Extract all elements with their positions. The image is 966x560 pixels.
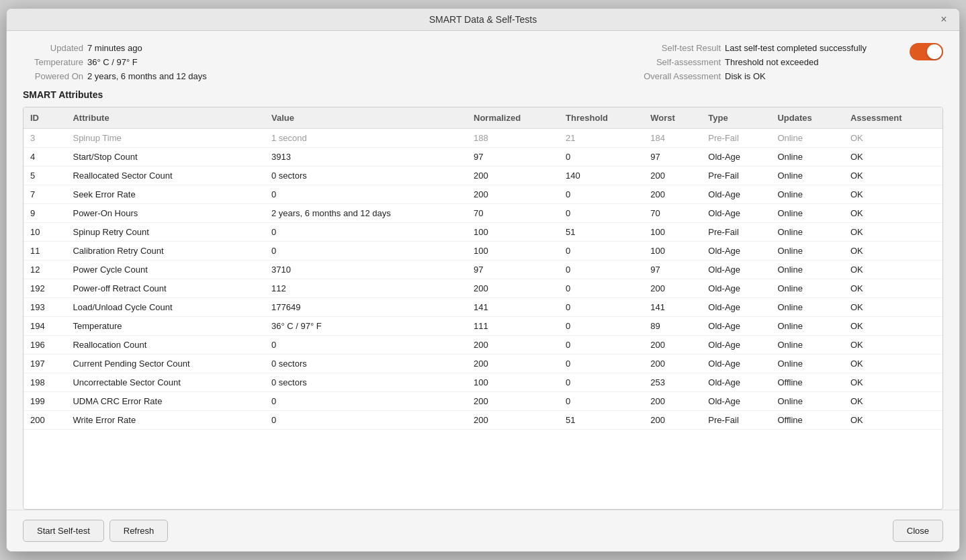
updated-label: Updated — [23, 43, 83, 53]
cell-updates: Online — [771, 185, 844, 204]
cell-assessment: OK — [844, 298, 942, 317]
cell-value: 0 sectors — [265, 355, 467, 373]
cell-assessment: OK — [844, 223, 942, 242]
col-worst: Worst — [644, 107, 701, 129]
cell-normalized: 200 — [467, 185, 559, 204]
col-id: ID — [24, 107, 66, 129]
cell-type: Old-Age — [701, 204, 771, 223]
table-row: 3Spinup Time1 second18821184Pre-FailOnli… — [24, 129, 942, 148]
table-row: 4Start/Stop Count391397097Old-AgeOnlineO… — [24, 148, 942, 167]
cell-threshold: 21 — [559, 129, 644, 148]
cell-assessment: OK — [844, 355, 942, 373]
cell-worst: 200 — [644, 167, 701, 185]
cell-id: 192 — [24, 279, 66, 298]
cell-id: 199 — [24, 392, 66, 411]
cell-normalized: 111 — [467, 317, 559, 336]
cell-normalized: 200 — [467, 392, 559, 411]
cell-attribute: UDMA CRC Error Rate — [66, 392, 265, 411]
temperature-row: Temperature 36° C / 97° F — [23, 57, 207, 67]
cell-updates: Online — [771, 242, 844, 261]
footer-left-buttons: Start Self-test Refresh — [23, 520, 168, 542]
cell-worst: 100 — [644, 242, 701, 261]
updated-row: Updated 7 minutes ago — [23, 43, 207, 53]
table-row: 9Power-On Hours2 years, 6 months and 12 … — [24, 204, 942, 223]
cell-normalized: 70 — [467, 204, 559, 223]
col-attribute: Attribute — [66, 107, 265, 129]
cell-attribute: Spinup Time — [66, 129, 265, 148]
cell-threshold: 0 — [559, 317, 644, 336]
cell-threshold: 0 — [559, 261, 644, 279]
cell-normalized: 100 — [467, 242, 559, 261]
cell-assessment: OK — [844, 129, 942, 148]
table-row: 200Write Error Rate020051200Pre-FailOffl… — [24, 411, 942, 430]
smart-attributes-title: SMART Attributes — [23, 89, 943, 100]
cell-attribute: Load/Unload Cycle Count — [66, 298, 265, 317]
cell-type: Pre-Fail — [701, 167, 771, 185]
cell-threshold: 0 — [559, 242, 644, 261]
cell-worst: 200 — [644, 355, 701, 373]
cell-normalized: 200 — [467, 411, 559, 430]
cell-worst: 200 — [644, 279, 701, 298]
cell-updates: Online — [771, 148, 844, 167]
table-row: 197Current Pending Sector Count0 sectors… — [24, 355, 942, 373]
col-threshold: Threshold — [559, 107, 644, 129]
overall-assessment-value: Disk is OK — [725, 71, 766, 81]
cell-assessment: OK — [844, 167, 942, 185]
cell-worst: 97 — [644, 261, 701, 279]
cell-id: 196 — [24, 336, 66, 355]
cell-id: 194 — [24, 317, 66, 336]
cell-attribute: Current Pending Sector Count — [66, 355, 265, 373]
cell-type: Old-Age — [701, 355, 771, 373]
cell-normalized: 200 — [467, 355, 559, 373]
cell-assessment: OK — [844, 148, 942, 167]
table-row: 196Reallocation Count02000200Old-AgeOnli… — [24, 336, 942, 355]
window-close-button[interactable]: × — [936, 12, 951, 27]
table-row: 11Calibration Retry Count01000100Old-Age… — [24, 242, 942, 261]
cell-updates: Online — [771, 336, 844, 355]
cell-value: 3913 — [265, 148, 467, 167]
smart-toggle[interactable] — [910, 43, 943, 60]
cell-assessment: OK — [844, 185, 942, 204]
updated-value: 7 minutes ago — [87, 43, 142, 53]
col-type: Type — [701, 107, 771, 129]
cell-value: 0 — [265, 185, 467, 204]
cell-attribute: Uncorrectable Sector Count — [66, 373, 265, 392]
cell-assessment: OK — [844, 392, 942, 411]
cell-assessment: OK — [844, 317, 942, 336]
cell-id: 5 — [24, 167, 66, 185]
smart-attributes-table-container[interactable]: ID Attribute Value Normalized Threshold … — [23, 107, 943, 510]
cell-attribute: Power Cycle Count — [66, 261, 265, 279]
cell-value: 0 sectors — [265, 167, 467, 185]
cell-worst: 253 — [644, 373, 701, 392]
temperature-value: 36° C / 97° F — [87, 57, 138, 67]
cell-attribute: Power-On Hours — [66, 204, 265, 223]
start-self-test-button[interactable]: Start Self-test — [23, 520, 104, 542]
cell-normalized: 188 — [467, 129, 559, 148]
cell-worst: 100 — [644, 223, 701, 242]
toggle-area — [910, 43, 943, 60]
cell-value: 0 — [265, 242, 467, 261]
table-row: 5Reallocated Sector Count0 sectors200140… — [24, 167, 942, 185]
cell-threshold: 0 — [559, 279, 644, 298]
cell-type: Old-Age — [701, 185, 771, 204]
cell-attribute: Reallocated Sector Count — [66, 167, 265, 185]
self-assessment-row: Self-assessment Threshold not exceeded — [627, 57, 867, 67]
cell-normalized: 97 — [467, 148, 559, 167]
cell-id: 3 — [24, 129, 66, 148]
cell-assessment: OK — [844, 336, 942, 355]
cell-updates: Offline — [771, 373, 844, 392]
cell-value: 0 — [265, 392, 467, 411]
overall-assessment-label: Overall Assessment — [627, 71, 721, 81]
powered-on-label: Powered On — [23, 71, 83, 81]
refresh-button[interactable]: Refresh — [109, 520, 169, 542]
table-row: 199UDMA CRC Error Rate02000200Old-AgeOnl… — [24, 392, 942, 411]
close-button[interactable]: Close — [893, 520, 943, 542]
cell-id: 7 — [24, 185, 66, 204]
table-row: 193Load/Unload Cycle Count1776491410141O… — [24, 298, 942, 317]
cell-type: Old-Age — [701, 317, 771, 336]
cell-attribute: Power-off Retract Count — [66, 279, 265, 298]
self-assessment-value: Threshold not exceeded — [725, 57, 818, 67]
cell-threshold: 0 — [559, 148, 644, 167]
cell-updates: Online — [771, 204, 844, 223]
cell-normalized: 200 — [467, 279, 559, 298]
